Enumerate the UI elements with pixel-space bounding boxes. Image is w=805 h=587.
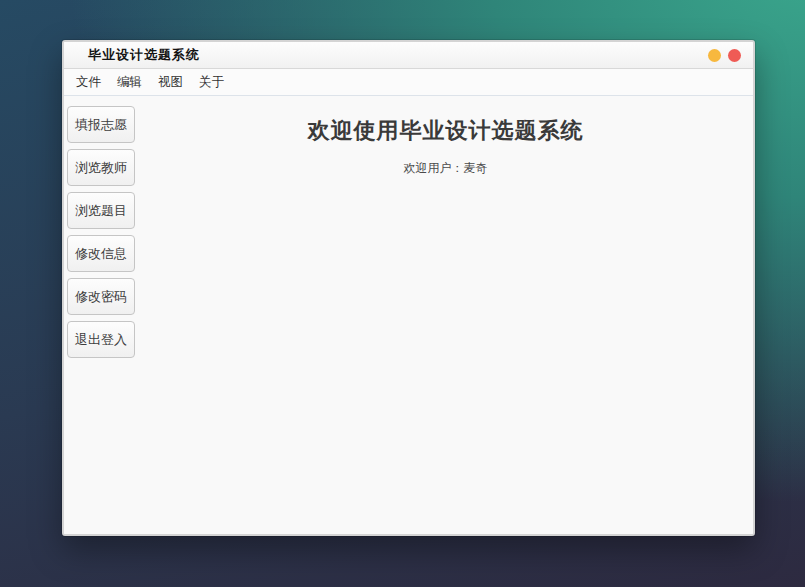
- window-title: 毕业设计选题系统: [64, 46, 200, 64]
- sidebar: 填报志愿 浏览教师 浏览题目 修改信息 修改密码 退出登入: [64, 96, 138, 534]
- window-content: 填报志愿 浏览教师 浏览题目 修改信息 修改密码 退出登入 欢迎使用毕业设计选题…: [64, 96, 753, 534]
- menu-bar: 文件 编辑 视图 关于: [64, 69, 753, 96]
- sidebar-item-browse-teachers[interactable]: 浏览教师: [67, 149, 135, 186]
- sidebar-item-fill-preference[interactable]: 填报志愿: [67, 106, 135, 143]
- title-bar[interactable]: 毕业设计选题系统: [64, 42, 753, 69]
- sidebar-item-change-password[interactable]: 修改密码: [67, 278, 135, 315]
- main-panel: 欢迎使用毕业设计选题系统 欢迎用户：麦奇: [138, 96, 753, 534]
- minimize-button[interactable]: [708, 49, 721, 62]
- menu-item-about[interactable]: 关于: [191, 69, 232, 96]
- desktop-background: 毕业设计选题系统 文件 编辑 视图 关于 填报志愿 浏览教师 浏览题目 修改信息…: [0, 0, 805, 587]
- welcome-heading: 欢迎使用毕业设计选题系统: [138, 116, 753, 146]
- app-window: 毕业设计选题系统 文件 编辑 视图 关于 填报志愿 浏览教师 浏览题目 修改信息…: [62, 40, 755, 536]
- menu-item-edit[interactable]: 编辑: [109, 69, 150, 96]
- sidebar-item-logout[interactable]: 退出登入: [67, 321, 135, 358]
- menu-item-file[interactable]: 文件: [68, 69, 109, 96]
- sidebar-item-browse-topics[interactable]: 浏览题目: [67, 192, 135, 229]
- sidebar-item-edit-info[interactable]: 修改信息: [67, 235, 135, 272]
- menu-item-view[interactable]: 视图: [150, 69, 191, 96]
- window-controls: [708, 49, 753, 62]
- close-button[interactable]: [728, 49, 741, 62]
- welcome-user-text: 欢迎用户：麦奇: [138, 160, 753, 177]
